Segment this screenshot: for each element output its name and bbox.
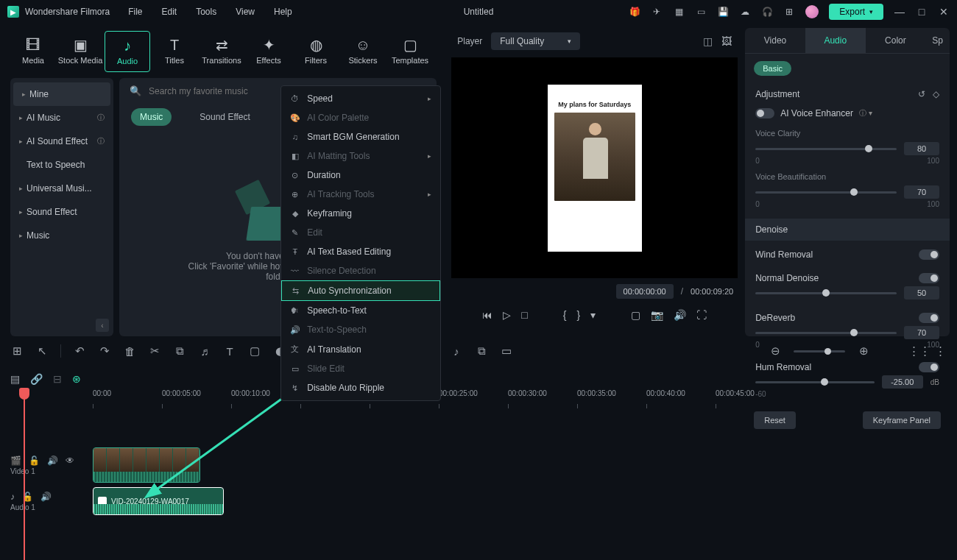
ctx-duration[interactable]: ⊙Duration xyxy=(281,166,440,185)
sidebar-item-ai-music[interactable]: ▸AI Musicⓘ xyxy=(10,106,113,130)
rtab-audio[interactable]: Audio xyxy=(805,28,866,53)
redo-button[interactable]: ↷ xyxy=(98,344,111,358)
tab-templates[interactable]: ▢Templates xyxy=(387,31,433,72)
track-video-icon[interactable]: 🎬 xyxy=(10,456,21,466)
dereverb-slider[interactable] xyxy=(755,332,897,334)
quality-select[interactable]: Full Quality▾ xyxy=(491,32,580,50)
voice-beaut-slider[interactable] xyxy=(755,191,897,194)
picture-icon[interactable]: 🖼 xyxy=(721,35,732,47)
menu-file[interactable]: File xyxy=(128,7,142,17)
tl-link-icon[interactable]: 🔗 xyxy=(30,373,43,385)
ctx-keyframing[interactable]: ◆Keyframing xyxy=(281,204,440,223)
text-button[interactable]: T xyxy=(223,345,236,358)
sidebar-item-text-to-speech[interactable]: Text to Speech xyxy=(10,153,113,177)
menu-edit[interactable]: Edit xyxy=(162,7,177,17)
send-icon[interactable]: ✈ xyxy=(651,6,663,18)
zoom-in-button[interactable]: ⊕ xyxy=(857,344,870,358)
marker-button[interactable]: ▾ xyxy=(590,309,596,321)
voice-enhancer-toggle[interactable] xyxy=(755,108,774,118)
tab-effects[interactable]: ✦Effects xyxy=(246,31,292,72)
ctx-ai-translation[interactable]: 文AI Translation xyxy=(281,339,440,359)
menu-help[interactable]: Help xyxy=(274,7,292,17)
normal-denoise-toggle[interactable] xyxy=(919,273,939,283)
snapshot-button[interactable]: 📷 xyxy=(651,309,663,321)
ctx-speech-to-text[interactable]: 🗣Speech-to-Text xyxy=(281,301,440,320)
tab-media[interactable]: 🎞Media xyxy=(10,31,56,72)
split-button[interactable]: ✂ xyxy=(148,344,161,358)
play-button[interactable]: ▷ xyxy=(503,309,511,321)
subtab-sound-effect[interactable]: Sound Effect xyxy=(191,108,259,126)
stop-button[interactable]: □ xyxy=(521,309,527,321)
ctx-disable-auto-ripple[interactable]: ↯Disable Auto Ripple xyxy=(281,378,440,397)
fullscreen-button[interactable]: ⛶ xyxy=(696,309,707,321)
subtab-music[interactable]: Music xyxy=(131,108,172,126)
reset-icon[interactable]: ↺ xyxy=(918,89,925,99)
tool-grip-icon[interactable]: ⋮⋮ xyxy=(908,344,922,358)
hum-removal-slider[interactable] xyxy=(755,381,875,383)
tab-titles[interactable]: TTitles xyxy=(152,31,197,72)
track-audio-icon[interactable]: ♪ xyxy=(10,492,15,502)
tool-audio-icon[interactable]: ♪ xyxy=(450,345,463,358)
normal-denoise-slider[interactable] xyxy=(755,292,897,294)
rtab-color[interactable]: Color xyxy=(866,28,926,53)
tl-snap-icon[interactable]: ⊛ xyxy=(72,373,81,385)
grid-icon[interactable]: ▦ xyxy=(673,6,685,18)
basic-chip[interactable]: Basic xyxy=(754,61,791,76)
save-icon[interactable]: 💾 xyxy=(717,6,729,18)
menu-tools[interactable]: Tools xyxy=(196,7,216,17)
dereverb-toggle[interactable] xyxy=(919,313,939,323)
undo-button[interactable]: ↶ xyxy=(73,344,86,358)
tl-layers-icon[interactable]: ▤ xyxy=(10,373,20,385)
tool-cursor-icon[interactable]: ↖ xyxy=(35,344,49,358)
crop-button[interactable]: ⧉ xyxy=(173,344,186,358)
ctx-ai-text-editing[interactable]: ŦAI Text Based Editing xyxy=(281,242,440,261)
audio-clip[interactable]: VID-20240129-WA0017 xyxy=(93,487,224,515)
ctx-speed[interactable]: ⏱Speed▸ xyxy=(281,89,440,108)
tl-magnet-icon[interactable]: ⊟ xyxy=(53,373,62,385)
wind-removal-toggle[interactable] xyxy=(919,249,939,260)
display-button[interactable]: ▢ xyxy=(631,309,640,321)
gift-icon[interactable]: 🎁 xyxy=(629,6,640,18)
screen-icon[interactable]: ▭ xyxy=(695,6,707,18)
delete-button[interactable]: 🗑 xyxy=(123,345,136,358)
ctx-auto-sync[interactable]: ⇆Auto Synchronization xyxy=(281,280,440,301)
tool-link-icon[interactable]: ⧉ xyxy=(475,344,488,358)
track-mute-icon[interactable]: 🔊 xyxy=(40,492,52,502)
playhead[interactable] xyxy=(24,389,25,560)
menu-view[interactable]: View xyxy=(236,7,255,17)
close-button[interactable]: ✕ xyxy=(938,6,950,18)
minimize-button[interactable]: ― xyxy=(894,6,905,18)
sidebar-item-music[interactable]: ▸Music xyxy=(10,224,113,247)
music-button[interactable]: ♬ xyxy=(198,345,211,358)
track-eye-icon[interactable]: 👁 xyxy=(66,456,74,466)
timeline-ruler[interactable]: 00:0000:00:05:00 00:00:10:0000:00:15:00 … xyxy=(93,389,947,408)
compare-icon[interactable]: ◫ xyxy=(703,35,713,47)
sidebar-item-mine[interactable]: ▸Mine xyxy=(13,82,110,106)
avatar[interactable] xyxy=(805,5,819,18)
mark-in-button[interactable]: { xyxy=(563,309,567,321)
track-mute-icon[interactable]: 🔊 xyxy=(47,456,58,466)
cloud-icon[interactable]: ☁ xyxy=(739,6,751,18)
tab-stickers[interactable]: ☺Stickers xyxy=(340,31,386,72)
tab-audio[interactable]: ♪Audio xyxy=(105,31,150,72)
prev-frame-button[interactable]: ⏮ xyxy=(482,309,492,321)
track-lock-icon[interactable]: 🔓 xyxy=(29,456,40,466)
mark-out-button[interactable]: } xyxy=(576,309,580,321)
tab-stock-media[interactable]: ▣Stock Media xyxy=(57,31,103,72)
hum-removal-toggle[interactable] xyxy=(919,362,939,372)
sidebar-item-universal-music[interactable]: ▸Universal Musi... xyxy=(10,177,113,200)
video-clip[interactable] xyxy=(93,447,200,483)
tab-filters[interactable]: ◍Filters xyxy=(293,31,339,72)
volume-button[interactable]: 🔊 xyxy=(674,309,686,321)
tool-caption-icon[interactable]: ▭ xyxy=(500,344,513,358)
keyframe-icon[interactable]: ◇ xyxy=(933,89,939,99)
ctx-smart-bgm[interactable]: ♫Smart BGM Generation xyxy=(281,127,440,146)
headset-icon[interactable]: 🎧 xyxy=(761,6,773,18)
tool-select-icon[interactable]: ⊞ xyxy=(10,344,24,358)
collapse-sidebar-button[interactable]: ‹ xyxy=(96,319,109,332)
zoom-slider[interactable] xyxy=(794,350,845,352)
export-button[interactable]: Export▾ xyxy=(829,4,883,20)
zoom-out-button[interactable]: ⊖ xyxy=(769,344,782,358)
sidebar-item-ai-sound-effect[interactable]: ▸AI Sound Effectⓘ xyxy=(10,130,113,153)
maximize-button[interactable]: □ xyxy=(916,6,928,18)
